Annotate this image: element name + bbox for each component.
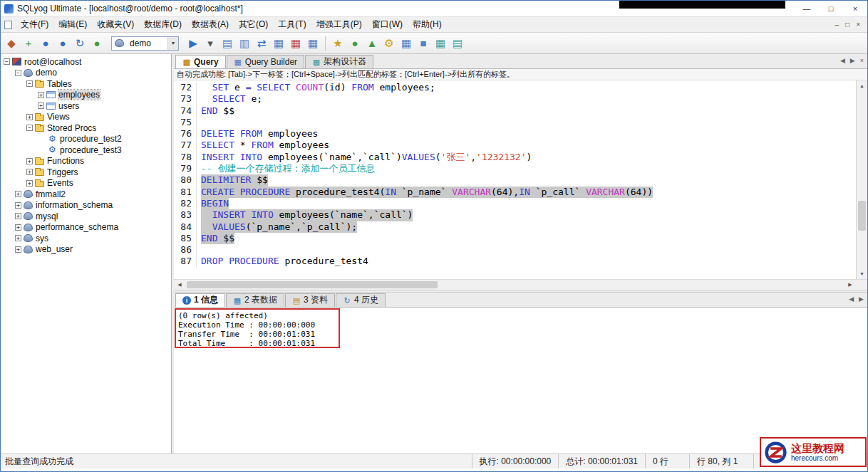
editor-line-74[interactable]: 74END $$: [174, 105, 856, 117]
expand-icon[interactable]: +: [26, 114, 33, 120]
tree-item-functions[interactable]: +Functions: [1, 156, 171, 167]
hscroll-thumb[interactable]: [187, 281, 438, 288]
query-profiler-icon[interactable]: ■: [415, 36, 431, 51]
expand-icon[interactable]: +: [15, 235, 21, 241]
scroll-left-icon[interactable]: ◀: [174, 280, 185, 290]
expand-icon[interactable]: +: [15, 246, 21, 253]
new-connection-icon[interactable]: ◆: [4, 36, 19, 51]
object-browser[interactable]: −root@localhost−demo−Tables+employees+us…: [1, 54, 172, 453]
scroll-right-icon[interactable]: ▶: [844, 280, 856, 290]
editor-line-75[interactable]: 75: [174, 117, 856, 128]
editor-line-86[interactable]: 86: [174, 244, 856, 256]
table-diagnostics-icon[interactable]: ▦: [288, 36, 304, 51]
vscroll-track[interactable]: [857, 91, 867, 268]
editor-line-72[interactable]: 72 SET e = SELECT COUNT(id) FROM employe…: [174, 82, 856, 93]
mdi-restore-button[interactable]: □: [845, 21, 849, 28]
minimize-button[interactable]: —: [795, 1, 819, 16]
hscroll-track[interactable]: [185, 280, 844, 290]
schema-designer-icon[interactable]: ▦: [398, 36, 414, 51]
editor-line-82[interactable]: 82BEGIN: [174, 198, 856, 209]
settings-gear-icon[interactable]: ⚙: [381, 36, 397, 51]
editor-line-79[interactable]: 79-- 创建一个存储过程：添加一个员工信息: [174, 163, 856, 174]
tab-schema-designer[interactable]: ▦架构设计器: [305, 55, 373, 68]
expand-icon[interactable]: +: [38, 103, 44, 109]
menu-item-10[interactable]: 帮助(H): [408, 17, 447, 32]
sync-database-icon[interactable]: ●: [347, 36, 363, 51]
editor-vertical-scrollbar[interactable]: ▲ ▼: [856, 80, 867, 279]
tab-objects[interactable]: ▤3 资料: [285, 293, 335, 307]
editor-line-73[interactable]: 73 SELECT e;: [174, 93, 856, 105]
mdi-close-button[interactable]: ×: [856, 21, 860, 28]
tree-item-procedure-test2[interactable]: ⚙procedure_test2: [1, 134, 171, 145]
maximize-button[interactable]: □: [819, 1, 843, 16]
tab-messages[interactable]: i1 信息: [175, 293, 225, 307]
tab-scroll-right-icon[interactable]: ▶: [850, 57, 855, 64]
collapse-icon[interactable]: −: [15, 70, 21, 76]
collapse-icon[interactable]: −: [26, 125, 33, 131]
tree-item-events[interactable]: +Events: [1, 178, 171, 189]
export-resultset-icon[interactable]: ⇄: [254, 36, 269, 51]
paste-query-icon[interactable]: ▥: [237, 36, 252, 51]
mdi-minimize-button[interactable]: –: [835, 21, 839, 28]
expand-icon[interactable]: +: [15, 202, 21, 209]
expand-icon[interactable]: +: [15, 224, 21, 231]
menu-item-1[interactable]: 文件(F): [16, 17, 53, 32]
save-sql-file-icon[interactable]: ●: [55, 36, 71, 51]
tab-query-builder[interactable]: ▦Query Builder: [227, 55, 304, 68]
expand-icon[interactable]: +: [38, 92, 44, 98]
copy-query-icon[interactable]: ▤: [219, 36, 235, 51]
tree-item-demo[interactable]: −demo: [1, 68, 171, 79]
refresh-object-browser-icon[interactable]: ↻: [72, 36, 88, 51]
vscroll-thumb[interactable]: [858, 201, 866, 231]
tree-item-triggers[interactable]: +Triggers: [1, 167, 171, 178]
collapse-icon[interactable]: −: [26, 80, 33, 87]
editor-line-85[interactable]: 85END $$: [174, 233, 856, 244]
editor-line-78[interactable]: 78INSERT INTO employees(`name`,`call`)VA…: [174, 152, 856, 163]
data-search-icon[interactable]: ▦: [433, 36, 448, 51]
tree-item-mysql[interactable]: +mysql: [1, 211, 171, 222]
menu-item-8[interactable]: 增强工具(P): [311, 17, 367, 32]
open-table-icon[interactable]: ▦: [271, 36, 286, 51]
editor-line-77[interactable]: 77SELECT * FROM employees: [174, 140, 856, 151]
expand-icon[interactable]: +: [26, 180, 33, 187]
new-query-editor-icon[interactable]: +: [21, 36, 36, 51]
tab-close-icon[interactable]: ×: [860, 57, 864, 64]
editor-horizontal-scrollbar[interactable]: ◀ ▶: [174, 279, 867, 290]
tab-table-data[interactable]: ▦2 表数据: [226, 293, 284, 307]
show-table-info-icon[interactable]: ▦: [305, 36, 321, 51]
tab-history[interactable]: ↻4 历史: [336, 293, 386, 307]
tree-item-information-schema[interactable]: +information_schema: [1, 200, 171, 211]
menu-item-3[interactable]: 收藏夹(V): [92, 17, 139, 32]
expand-icon[interactable]: +: [15, 213, 21, 219]
menu-item-6[interactable]: 其它(O): [234, 17, 273, 32]
menu-item-5[interactable]: 数据表(A): [187, 17, 234, 32]
editor-line-76[interactable]: 76DELETE FROM employees: [174, 128, 856, 140]
tree-item-employees[interactable]: +employees: [1, 90, 171, 101]
tab-scroll-left-icon[interactable]: ◀: [840, 57, 845, 64]
tree-item-procedure-test3[interactable]: ⚙procedure_test3: [1, 145, 171, 156]
open-sql-file-icon[interactable]: ●: [38, 36, 53, 51]
editor-line-87[interactable]: 87DROP PROCEDURE procedure_test4: [174, 256, 856, 267]
tree-item-fmmall2[interactable]: +fmmall2: [1, 189, 171, 200]
tree-item-sys[interactable]: +sys: [1, 233, 171, 244]
editor-line-83[interactable]: 83 INSERT INTO employees(`name`,`call`): [174, 209, 856, 221]
execute-query-icon[interactable]: ▶: [185, 36, 201, 51]
database-dropdown[interactable]: demo▼: [111, 36, 179, 51]
expand-icon[interactable]: +: [15, 191, 21, 197]
web-companion-icon[interactable]: ●: [89, 36, 105, 51]
menu-item-2[interactable]: 编辑(E): [53, 17, 92, 32]
tab-query[interactable]: ▦Query: [175, 55, 226, 68]
menu-item-7[interactable]: 工具(T): [273, 17, 311, 32]
menu-item-9[interactable]: 窗口(W): [367, 17, 408, 32]
expand-icon[interactable]: +: [26, 158, 33, 164]
tree-item-tables[interactable]: −Tables: [1, 78, 171, 90]
scroll-down-icon[interactable]: ▼: [857, 268, 867, 279]
expand-icon[interactable]: +: [26, 169, 33, 175]
close-button[interactable]: ×: [843, 1, 867, 16]
user-manager-icon[interactable]: ▲: [364, 36, 380, 51]
menu-item-4[interactable]: 数据库(D): [139, 17, 187, 32]
editor-line-84[interactable]: 84 VALUES(`p_name`,`p_call`);: [174, 221, 856, 233]
scroll-up-icon[interactable]: ▲: [857, 80, 867, 91]
editor-line-81[interactable]: 81CREATE PROCEDURE procedure_test4(IN `p…: [174, 187, 856, 198]
tree-item-users[interactable]: +users: [1, 100, 171, 112]
